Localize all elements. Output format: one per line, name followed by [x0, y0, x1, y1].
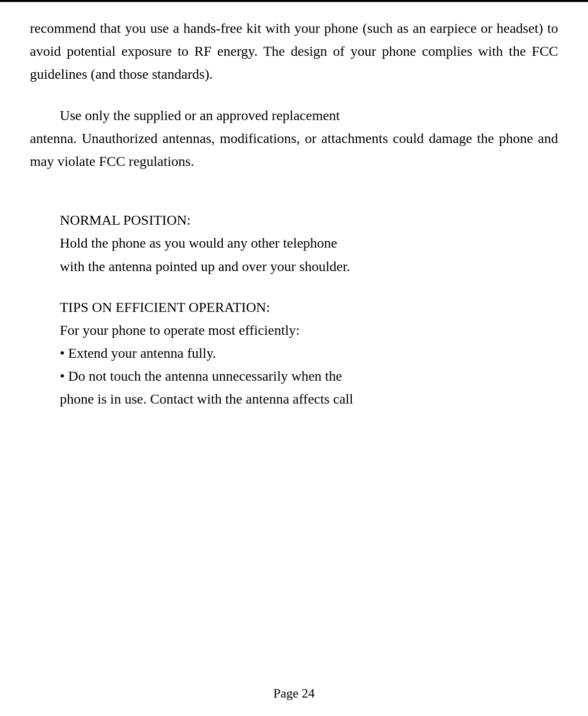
- tips-title: TIPS ON EFFICIENT OPERATION:: [60, 296, 558, 319]
- paragraph-2-rest: antenna. Unauthorized antennas, modifica…: [30, 131, 558, 169]
- paragraph-2-text: Use only the supplied or an approved rep…: [60, 108, 340, 123]
- bullet-2-start: • Do not touch the antenna unnecessarily…: [60, 368, 342, 384]
- normal-position-body: Hold the phone as you would any other te…: [60, 232, 558, 278]
- tips-section: TIPS ON EFFICIENT OPERATION: For your ph…: [30, 296, 558, 411]
- normal-position-body-rest: with the antenna pointed up and over you…: [60, 259, 350, 274]
- bullet-1: • Extend your antenna fully.: [30, 342, 558, 365]
- page-number: Page 24: [273, 686, 314, 701]
- tips-intro: For your phone to operate most efficient…: [60, 319, 558, 342]
- paragraph-1: recommend that you use a hands-free kit …: [30, 17, 558, 86]
- bullet-2: • Do not touch the antenna unnecessarily…: [30, 365, 558, 411]
- normal-position-body-indent: Hold the phone as you would any other te…: [60, 235, 337, 251]
- page-footer: Page 24: [0, 676, 588, 716]
- paragraph-2-block: Use only the supplied or an approved rep…: [30, 104, 558, 191]
- content-area: recommend that you use a hands-free kit …: [0, 2, 588, 676]
- normal-position-title: NORMAL POSITION:: [60, 209, 558, 232]
- normal-position-section: NORMAL POSITION: Hold the phone as you w…: [30, 209, 558, 278]
- paragraph-2: Use only the supplied or an approved rep…: [30, 104, 558, 173]
- bullet-2-end: phone is in use. Contact with the antenn…: [60, 391, 353, 407]
- page-container: recommend that you use a hands-free kit …: [0, 0, 588, 716]
